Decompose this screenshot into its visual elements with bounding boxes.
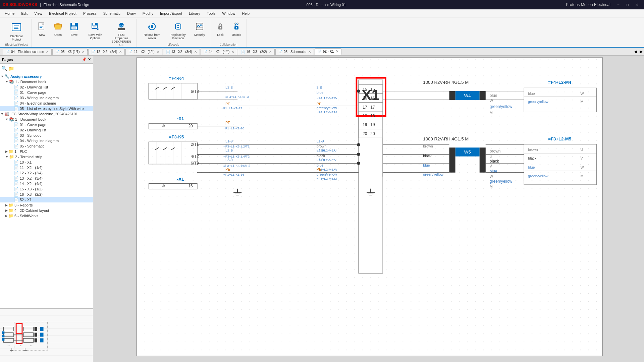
tab-close-14[interactable]: ✕ [231,50,234,54]
tree-item-x2-13[interactable]: ▶ 📄 13 - X2 - (3/4) [0,176,93,181]
replace-revision-button[interactable]: Replace by Revision [166,20,191,42]
tab-close-12[interactable]: ✕ [119,50,122,54]
tree-arrow-assign[interactable]: ▼ [1,75,4,78]
tab-12[interactable]: 📄 12 - X2 - (2/4) ✕ [88,49,125,55]
menu-item-electrical-project[interactable]: Electrical Project [46,11,80,16]
tree-label-cover2: 01 - Cover page [20,123,46,127]
menu-item-tools[interactable]: Tools [204,11,219,16]
tree-item-drawings-list[interactable]: ▶ 📄 02 - Drawings list [0,84,93,90]
svg-text:PE: PE [225,167,230,171]
maturity-button[interactable]: Maturity [192,20,207,38]
tree-item-solidworks[interactable]: ▶ 📁 6 - SolidWorks [0,213,93,219]
menu-item-draw[interactable]: Draw [124,11,139,16]
tree-item-cabinet[interactable]: ▶ 📁 4 - 2D Cabinet layout [0,208,93,213]
tree-item-iec[interactable]: ▼ 🏭 IEC Strech-Wrap Machine_20240426101 [0,111,93,117]
tab-13[interactable]: 📄 13 - X2 - (3/4) ✕ [163,49,200,55]
menu-item-view[interactable]: View [31,11,46,16]
tab-nav-next[interactable]: ▶ [638,49,644,54]
tab-nav-prev[interactable]: ◀ [633,49,638,54]
open-button[interactable]: Open [51,20,65,38]
open-icon [53,22,63,33]
tree-item-docbook1[interactable]: ▼ 📚 1 - Document book [0,79,93,84]
tree-label-synoptic: 03 - Synoptic [20,133,41,137]
tree-item-reports[interactable]: ▶ 📁 3 - Reports [0,202,93,208]
tree-item-x3-16[interactable]: ▶ 📄 16 - X3 - (2/2) [0,192,93,197]
menu-item-process[interactable]: Process [80,11,100,16]
tab-16[interactable]: 📄 16 - X3 - (2/2) ✕ [238,49,275,55]
save-button[interactable]: Save [67,20,82,38]
pages-close-button[interactable]: ✕ [88,57,91,62]
tree-item-plc[interactable]: ▶ 📁 1 - PLC [0,149,93,154]
tree-item-x1-52[interactable]: ▶ 📄 52 - X1 [0,197,93,202]
tree-arrow-reports[interactable]: ▶ [5,203,8,207]
maximize-button[interactable]: □ [624,2,631,8]
svg-text:=F1+L1-X1-20: =F1+L1-X1-20 [223,126,244,130]
pages-pin-button[interactable]: 📌 [82,57,87,62]
tab-close-05-x3[interactable]: ✕ [82,50,85,54]
tree-item-assign-accessory[interactable]: ▼ 🔧 Assign accessory [0,74,93,79]
tree-arrow-terminal[interactable]: ▼ [5,155,8,159]
tree-item-x2-14[interactable]: ▶ 📄 14 - X2 - (4/4) [0,181,93,186]
tree-icon-solidworks: 📁 [8,214,13,218]
tab-04-electrical-scheme[interactable]: 📄 04 - Electrical scheme ✕ [3,49,52,55]
tree-item-cover2[interactable]: ▶ 📄 01 - Cover page [0,122,93,127]
tab-close-04[interactable]: ✕ [46,50,49,54]
tree-item-synoptic[interactable]: ▶ 📄 03 - Synoptic [0,133,93,138]
menu-item-library[interactable]: Library [185,11,204,16]
tree-item-docbook2[interactable]: ▼ 📚 1 - Document book [0,117,93,122]
tree-item-list-wires[interactable]: ▶ 📄 05 - List of wires by line Style Wit… [0,106,93,111]
tree-arrow-docbook1[interactable]: ▼ [5,80,8,83]
menu-item-edit[interactable]: Edit [18,11,31,16]
tab-05-x3[interactable]: 📄 05 - X3-(1/1) ✕ [52,49,87,55]
user-profile[interactable]: Proteus Motion Electrical [563,2,613,8]
menu-item-help[interactable]: Help [239,11,253,16]
save-with-options-button[interactable]: Save With Options [83,20,108,42]
lock-button[interactable]: Lock [213,20,228,38]
tab-close-11[interactable]: ✕ [157,50,159,54]
tab-close-05-sch[interactable]: ✕ [308,50,311,54]
tab-close-13[interactable]: ✕ [194,50,197,54]
menu-item-home[interactable]: Home [1,11,18,16]
menu-item-window[interactable]: Window [219,11,238,16]
tree-item-drawlist2[interactable]: ▶ 📄 02 - Drawing list [0,127,93,133]
tree-item-wiring2[interactable]: ▶ 📄 04 - Wiring line diagram [0,138,93,143]
svg-text:green/yellow: green/yellow [528,100,548,104]
menu-item-schematic[interactable]: Schematic [100,11,124,16]
maturity-label: Maturity [194,33,205,37]
tree-item-schematic05[interactable]: ▶ 📄 05 - Schematic [0,143,93,149]
tree-item-electrical-scheme[interactable]: ▶ 📄 04 - Electrical scheme [0,101,93,106]
tree-arrow-plc[interactable]: ▶ [5,150,8,153]
tree-icon-terminal: 📁 [9,155,14,159]
tab-14[interactable]: 📄 14 - X2 - (4/4) ✕ [201,49,237,55]
tree-arrow-docbook2[interactable]: ▼ [5,118,8,121]
tree-item-x3-15[interactable]: ▶ 📄 15 - X3 - (1/2) [0,186,93,192]
canvas-area[interactable]: =F4-K4 6/T3 L3-8 [93,56,644,362]
schematic-canvas[interactable]: =F4-K4 6/T3 L3-8 [93,56,644,362]
tree-item-cover-page[interactable]: ▶ 📄 01 - Cover page [0,90,93,95]
reload-button[interactable]: Reload from server [140,20,164,42]
unlock-button[interactable]: Unlock [229,20,244,38]
svg-text:blue...: blue... [317,90,326,95]
menu-item-import/export[interactable]: Import/Export [157,11,185,16]
tree-icon-schematic05: 📄 [14,144,19,148]
tab-05-schematic[interactable]: 📄 05 - Schematic ✕ [275,49,314,55]
electrical-project-button[interactable]: Electrical Project [4,20,29,43]
plm-button[interactable]: PLM PLM Properties 3DEXPERIENCE [109,20,134,48]
tree-item-x2-11[interactable]: ▶ 📄 11 - X2 - (1/4) [0,165,93,170]
close-button[interactable]: ✕ [633,2,641,8]
tree-item-x2-12[interactable]: ▶ 📄 12 - X2 - (2/4) [0,170,93,176]
tree-item-terminal[interactable]: ▼ 📁 2 - Terminal strip [0,154,93,160]
tab-11[interactable]: 📄 11 - X2 - (1/4) ✕ [125,49,162,55]
tree-item-x1-10[interactable]: ▶ 📄 10 - X1 [0,160,93,165]
tree-item-wiring-diagram[interactable]: ▶ 📄 03 - Wiring line diagram [0,95,93,101]
tab-52-x1[interactable]: 📄 52 - X1 ✕ [315,48,341,55]
minimize-button[interactable]: − [614,2,622,8]
tab-close-16[interactable]: ✕ [269,50,272,54]
menu-item-modify[interactable]: Modify [139,11,157,16]
tab-navigation: ◀ ▶ [633,49,644,54]
tree-arrow-solidworks[interactable]: ▶ [5,214,8,218]
tree-arrow-cabinet[interactable]: ▶ [5,209,8,212]
tab-close-52[interactable]: ✕ [336,50,338,53]
tree-arrow-iec[interactable]: ▼ [1,112,4,116]
new-button[interactable]: New [35,20,49,38]
